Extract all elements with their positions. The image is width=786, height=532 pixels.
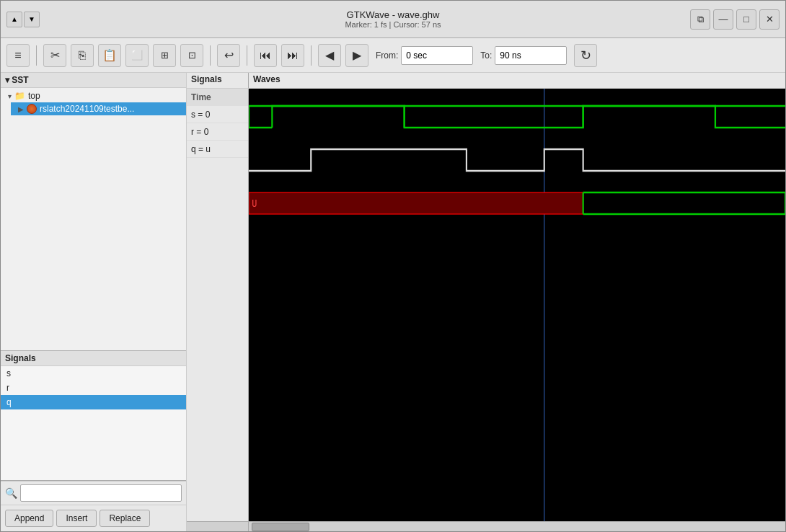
signal-item-q[interactable]: q (1, 395, 186, 409)
cut-btn[interactable]: ✂ (43, 44, 66, 67)
bottom-buttons: Append Insert Replace (1, 505, 186, 531)
append-button[interactable]: Append (5, 510, 53, 527)
next-edge-btn[interactable]: ▶ (345, 44, 368, 67)
waves-scrollbar[interactable] (249, 522, 785, 531)
scroll-arrows: ▲ ▼ (6, 12, 40, 27)
goto-start-btn[interactable]: ⏮ (254, 44, 277, 67)
waveform-svg: U (249, 89, 785, 521)
to-label: To: (480, 50, 492, 61)
reload-btn[interactable]: ↻ (574, 44, 597, 67)
scroll-up-btn[interactable]: ▲ (6, 12, 22, 27)
waves-scrollbar-thumb[interactable] (252, 523, 309, 531)
zoom-fit-btn[interactable]: ⊞ (153, 44, 176, 67)
goto-prev-btn[interactable]: ⏭ (281, 44, 304, 67)
window-controls: ⧉ — □ ✕ (690, 9, 780, 30)
from-group: From: (376, 46, 473, 65)
signals-section: Signals s r q (1, 351, 186, 481)
scrollbar-row (187, 521, 785, 531)
signal-item-r[interactable]: r (1, 381, 186, 395)
undo-btn[interactable]: ↩ (217, 44, 240, 67)
waves-header-row: Signals Waves (187, 73, 785, 89)
signals-header: Signals (1, 351, 186, 366)
sep4 (311, 45, 312, 66)
scroll-down-btn[interactable]: ▼ (24, 12, 40, 27)
to-group: To: (480, 46, 567, 65)
waves-canvas[interactable]: U (249, 89, 785, 521)
sst-tree: ▾ 📁 top ▶ rslatch20241109testbe... (1, 88, 186, 117)
signal-names-col: Time s = 0 r = 0 q = u (187, 89, 249, 521)
tree-expand-arrow: ▾ (8, 92, 12, 100)
close-btn[interactable]: ✕ (759, 9, 780, 30)
sst-header: ▾ SST (1, 73, 186, 88)
zoom-box-btn[interactable]: ⊡ (180, 44, 203, 67)
sst-top-label: top (28, 91, 40, 101)
search-area: 🔍 (1, 481, 186, 505)
sst-section: ▾ SST ▾ 📁 top ▶ rslatch20241109testbe... (1, 73, 186, 351)
signal-s-label: s = 0 (191, 110, 210, 120)
signal-row-q: q = u (187, 141, 248, 158)
signals-list: s r q (1, 366, 186, 480)
restore-btn[interactable]: ⧉ (690, 9, 710, 30)
sst-collapse-arrow[interactable]: ▾ (5, 75, 12, 85)
prev-edge-btn[interactable]: ◀ (318, 44, 341, 67)
sep3 (247, 45, 247, 66)
select-all-btn[interactable]: ⬜ (125, 44, 149, 67)
toolbar: ≡ ✂ ⎘ 📋 ⬜ ⊞ ⊡ ↩ ⏮ ⏭ ◀ ▶ From: To: ↻ (1, 38, 785, 73)
from-input[interactable] (401, 46, 473, 65)
component-icon (27, 104, 37, 114)
signals-col-header: Signals (187, 73, 249, 88)
search-input[interactable] (20, 484, 182, 502)
sep1 (36, 45, 37, 66)
sst-component-label: rslatch20241109testbe... (40, 104, 134, 114)
svg-text:U: U (252, 198, 257, 210)
signal-row-r: r = 0 (187, 123, 248, 141)
waveform-display: Time s = 0 r = 0 q = u (187, 89, 785, 521)
signal-q-label: q = u (191, 144, 211, 154)
tree-arrow-component: ▶ (18, 105, 24, 113)
window-subtitle: Marker: 1 fs | Cursor: 57 ns (345, 20, 441, 29)
from-label: From: (376, 50, 398, 61)
signal-scrollbar[interactable] (187, 522, 249, 531)
sst-item-component[interactable]: ▶ rslatch20241109testbe... (11, 102, 186, 115)
main-content: ▾ SST ▾ 📁 top ▶ rslatch20241109testbe... (1, 73, 785, 531)
waves-col-header: Waves (249, 73, 785, 88)
minimize-btn[interactable]: — (713, 9, 733, 30)
search-icon: 🔍 (5, 487, 17, 499)
sst-item-top[interactable]: ▾ 📁 top (1, 89, 186, 102)
insert-button[interactable]: Insert (56, 510, 97, 527)
signal-item-s[interactable]: s (1, 366, 186, 381)
to-input[interactable] (495, 46, 567, 65)
signal-time-row: Time (187, 89, 248, 106)
window-title: GTKWave - wave.ghw (347, 9, 440, 20)
signal-row-s: s = 0 (187, 106, 248, 123)
folder-icon: 📁 (14, 91, 25, 101)
signal-time-label: Time (191, 92, 211, 102)
maximize-btn[interactable]: □ (736, 9, 756, 30)
copy-btn[interactable]: ⎘ (71, 44, 94, 67)
signal-r-label: r = 0 (191, 127, 208, 137)
paste-btn[interactable]: 📋 (98, 44, 121, 67)
titlebar: ▲ ▼ GTKWave - wave.ghw Marker: 1 fs | Cu… (1, 1, 785, 38)
right-panel: Signals Waves Time s = 0 r = 0 (187, 73, 785, 531)
left-panel: ▾ SST ▾ 📁 top ▶ rslatch20241109testbe... (1, 73, 187, 531)
sep2 (210, 45, 211, 66)
svg-rect-4 (249, 192, 583, 214)
replace-button[interactable]: Replace (100, 510, 150, 527)
menu-btn[interactable]: ≡ (6, 44, 30, 67)
